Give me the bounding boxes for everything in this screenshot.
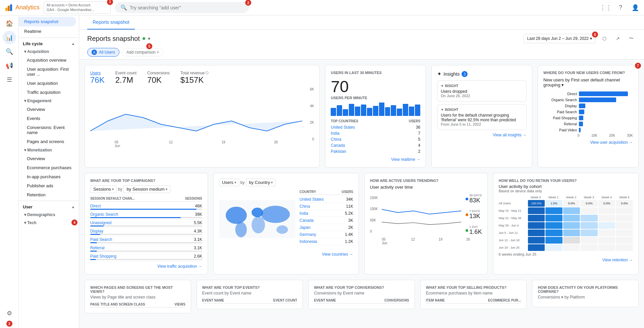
channel-bar-row: Paid Video bbox=[543, 128, 633, 132]
map-country[interactable]: India bbox=[300, 211, 308, 216]
nav-explore-icon[interactable]: 🔍 bbox=[3, 45, 16, 58]
date-range-chevron: ▾ bbox=[590, 36, 592, 41]
sidebar-item-reports-snapshot[interactable]: Reports snapshot bbox=[19, 17, 76, 26]
cohort-row-label: May 29 - Jun 4 bbox=[499, 224, 527, 227]
cohort-cell: 0.0% bbox=[616, 200, 633, 207]
map-country[interactable]: China bbox=[300, 204, 310, 209]
metric-30d-label: 30 DAYS bbox=[470, 194, 482, 197]
users-selector[interactable]: Users ▾ bbox=[219, 179, 239, 186]
filter-chip-all-users[interactable]: A All Users bbox=[87, 48, 119, 57]
sidebar-subsection-tech[interactable]: ▾ Tech bbox=[19, 219, 79, 227]
account-name: GA4 - Google Merchandise... bbox=[47, 7, 108, 12]
sidebar-item-publisher-ads[interactable]: Publisher ads bbox=[19, 181, 79, 190]
metric-conversions: Conversions 70K bbox=[147, 71, 170, 85]
insight-1-sub: On June 26, 2022 bbox=[441, 94, 523, 98]
sidebar-item-events[interactable]: Events bbox=[19, 114, 79, 123]
view-countries-link[interactable]: View countries → bbox=[219, 252, 353, 257]
channel-label: Paid Shopping bbox=[543, 116, 577, 120]
nav-reports-icon[interactable]: 📊 bbox=[3, 31, 16, 44]
add-comparison-btn[interactable]: Add comparison + bbox=[122, 48, 163, 56]
sidebar-subsection-engagement[interactable]: ▾ Engagement bbox=[19, 97, 79, 105]
country-name[interactable]: China bbox=[331, 137, 341, 142]
cohort-cell bbox=[598, 222, 615, 229]
map-country[interactable]: Canada bbox=[300, 218, 314, 223]
campaign-channel[interactable]: Referral bbox=[90, 246, 105, 250]
country-selector[interactable]: by Country ▾ bbox=[246, 179, 276, 186]
sidebar-item-user-acquisition-first[interactable]: User acquisition: First user ... bbox=[19, 65, 79, 79]
sidebar-item-retention[interactable]: Retention bbox=[19, 190, 79, 199]
apps-icon[interactable]: ⋮⋮ bbox=[601, 3, 610, 12]
map-value: 2K bbox=[348, 225, 353, 230]
sidebar-item-pages-screens[interactable]: Pages and screens bbox=[19, 137, 79, 146]
map-row: Canada3K bbox=[300, 217, 353, 224]
sidebar-item-traffic-acquisition[interactable]: Traffic acquisition bbox=[19, 88, 79, 97]
main-layout: 🏠 📊 🔍 📢 ☰ ⚙ 3 Reports snapshot Realtime … bbox=[0, 15, 644, 328]
search-input[interactable] bbox=[130, 5, 243, 10]
sidebar-item-monetization-overview[interactable]: Overview bbox=[19, 154, 79, 163]
share-icon[interactable]: ⬡ bbox=[600, 34, 609, 43]
map-value: 3K bbox=[348, 218, 353, 223]
view-all-insights-link[interactable]: View all insights → bbox=[437, 133, 527, 137]
nav-home-icon[interactable]: 🏠 bbox=[3, 17, 16, 30]
session-medium-selector[interactable]: by Session medium ▾ bbox=[123, 185, 170, 193]
sidebar-item-engagement-overview[interactable]: Overview bbox=[19, 105, 79, 114]
cohort-cell bbox=[616, 229, 633, 236]
date-range-picker[interactable]: Last 28 days Jun 2 – Jun 29, 2022 ▾ 6 bbox=[524, 34, 596, 43]
search-bar[interactable]: 🔍 2 bbox=[115, 2, 249, 13]
campaign-channel[interactable]: Organic Search bbox=[90, 212, 118, 217]
report-title-row: Reports snapshot ▾ Last 28 days Jun 2 – … bbox=[79, 30, 644, 46]
sidebar-item-realtime[interactable]: Realtime bbox=[19, 26, 76, 36]
map-country[interactable]: United States bbox=[300, 197, 324, 202]
account-icon[interactable]: 👤 bbox=[631, 3, 640, 12]
sidebar-section-lifecycle[interactable]: Life cycle ▲ bbox=[19, 39, 79, 48]
view-user-acquisition-link[interactable]: View user acquisition → bbox=[543, 140, 633, 145]
report-title-dropdown-icon[interactable]: ▾ bbox=[148, 36, 150, 41]
sidebar-subsection-acquisition[interactable]: ▾ Acquisition bbox=[19, 48, 79, 56]
sidebar-item-user-acquisition[interactable]: User acquisition bbox=[19, 79, 79, 88]
sidebar-item-acquisition-overview[interactable]: Acquisition overview bbox=[19, 56, 79, 65]
table-row: Organic Search 39K bbox=[90, 211, 202, 219]
nav-configure-icon[interactable]: ☰ bbox=[3, 73, 16, 86]
nav-advertising-icon[interactable]: 📢 bbox=[3, 59, 16, 72]
campaign-channel[interactable]: Display bbox=[90, 229, 103, 234]
sidebar-item-conversions[interactable]: Conversions: Event name bbox=[19, 123, 79, 137]
sidebar-subsection-demographics[interactable]: ▾ Demographics bbox=[19, 211, 79, 219]
campaign-channel[interactable]: Paid Shopping bbox=[90, 254, 116, 259]
tab-reports-snapshot[interactable]: Reports snapshot bbox=[87, 15, 135, 29]
channel-subtitle[interactable]: New users by First user default channel … bbox=[543, 77, 633, 87]
sidebar-item-ecommerce[interactable]: Ecommerce purchases bbox=[19, 163, 79, 172]
map-country[interactable]: Germany bbox=[300, 232, 316, 237]
map-country[interactable]: Japan bbox=[300, 225, 311, 230]
view-retention-link[interactable]: View retention → bbox=[499, 258, 633, 262]
nav-settings-icon[interactable]: ⚙ bbox=[3, 307, 16, 321]
help-icon[interactable]: ? bbox=[616, 3, 625, 12]
compare-icon[interactable]: 〜 bbox=[627, 34, 636, 43]
sidebar-section-user[interactable]: User ▲ bbox=[19, 202, 79, 211]
view-traffic-link[interactable]: View traffic acquisition → bbox=[90, 264, 202, 269]
country-name[interactable]: Canada bbox=[331, 143, 345, 148]
country-name[interactable]: India bbox=[331, 131, 339, 136]
country-name[interactable]: United States bbox=[331, 125, 355, 130]
table-row: Display 4.3K bbox=[90, 228, 202, 236]
sidebar-subsection-monetization[interactable]: ▾ Monetization bbox=[19, 146, 79, 154]
map-country[interactable]: Indonesia bbox=[300, 239, 317, 244]
cohort-cell: 100.0% bbox=[528, 200, 545, 207]
country-name[interactable]: Pakistan bbox=[331, 149, 346, 154]
channel-card: 7 WHERE DO YOUR NEW USERS COME FROM? New… bbox=[538, 65, 639, 168]
metric-1d-label: 1 DAY bbox=[470, 225, 482, 228]
badge-2: 2 bbox=[245, 0, 251, 6]
sidebar-item-inapp[interactable]: In-app purchases bbox=[19, 172, 79, 181]
account-selector[interactable]: All accounts > Demo Account GA4 - Google… bbox=[44, 1, 111, 14]
cohort-cell bbox=[616, 237, 633, 244]
campaign-channel[interactable]: Paid Search bbox=[90, 237, 112, 242]
campaign-channel[interactable]: Direct bbox=[90, 204, 101, 208]
cohort-chart-title: User activity by cohort bbox=[499, 184, 633, 189]
channel-bar-row: Referral bbox=[543, 122, 633, 126]
campaign-channel[interactable]: Unassigned bbox=[90, 220, 111, 225]
dashboard: Users 76K Event count 2.7M Conversions 7… bbox=[79, 60, 644, 319]
filter-chip-icon: A bbox=[92, 50, 97, 55]
view-realtime-link[interactable]: View realtime → bbox=[331, 157, 420, 162]
export-icon[interactable]: ↗ bbox=[613, 34, 623, 43]
sessions-selector[interactable]: Sessions ▾ bbox=[90, 185, 117, 193]
metric-users-label[interactable]: Users bbox=[90, 71, 105, 75]
